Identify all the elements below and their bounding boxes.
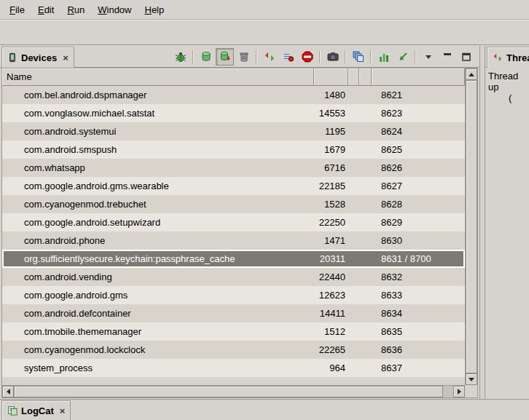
stop-process-icon[interactable] — [298, 48, 316, 66]
process-pid: 22440 — [314, 272, 348, 282]
scroll-left-button[interactable] — [2, 386, 14, 397]
process-name: com.android.systemui — [2, 126, 314, 137]
process-debug-port: 8621 — [372, 90, 465, 100]
menu-file[interactable]: File — [3, 0, 31, 19]
process-pid: 22250 — [314, 217, 348, 228]
main-toolbar — [0, 20, 529, 45]
arrow-down-icon — [469, 378, 474, 381]
horizontal-scrollbar[interactable] — [2, 385, 465, 397]
column-header-name[interactable]: Name — [2, 68, 314, 86]
process-row[interactable]: com.google.android.setupwizard222508629 — [2, 213, 465, 231]
tab-logcat-label: LogCat — [21, 405, 54, 416]
method-profiling-icon[interactable] — [279, 48, 297, 66]
column-header-3[interactable] — [348, 68, 359, 86]
vertical-scroll-thumb[interactable] — [466, 80, 477, 373]
process-pid: 1195 — [314, 126, 348, 137]
process-name: system_process — [2, 362, 314, 373]
arrow-right-icon — [458, 389, 461, 395]
process-pid: 14553 — [314, 108, 348, 119]
screen-capture-icon[interactable] — [324, 48, 342, 66]
process-pid: 14411 — [314, 308, 348, 319]
process-row[interactable]: com.android.defcontainer144118634 — [2, 304, 465, 322]
process-pid: 20311 — [314, 253, 348, 264]
threads-icon — [493, 52, 503, 63]
process-debug-port: 8631 / 8700 — [372, 253, 465, 264]
dump-hprof-icon[interactable] — [216, 48, 234, 66]
tab-devices[interactable]: Devices × — [1, 47, 74, 68]
scroll-right-button[interactable] — [453, 386, 465, 397]
process-name: com.vonglasow.michael.satstat — [2, 108, 314, 119]
process-row[interactable]: com.tmobile.thememanager15128635 — [2, 322, 465, 341]
maximize-icon[interactable] — [457, 48, 475, 66]
process-debug-port: 8625 — [372, 144, 465, 155]
process-row[interactable]: com.android.systemui11958624 — [2, 122, 465, 140]
process-debug-port: 8623 — [372, 108, 465, 119]
debug-icon[interactable] — [171, 48, 189, 66]
tab-threads-label: Threads — [506, 52, 529, 63]
process-row[interactable]: com.whatsapp67168626 — [2, 159, 465, 177]
process-pid: 22265 — [314, 344, 348, 355]
process-row[interactable]: com.cyanogenmod.lockclock222658636 — [2, 341, 465, 359]
view-menu-icon[interactable] — [419, 48, 437, 66]
menu-edit[interactable]: Edit — [31, 0, 60, 19]
menu-run[interactable]: Run — [60, 0, 91, 19]
process-row[interactable]: com.vonglasow.michael.satstat145538623 — [2, 104, 465, 122]
process-pid: 1679 — [314, 144, 348, 155]
arrow-left-icon — [7, 389, 10, 395]
process-row[interactable]: com.android.smspush16798625 — [2, 140, 465, 159]
column-header-port[interactable] — [372, 68, 465, 86]
main-area: Devices × Name com.bel.android.dspmanage… — [0, 46, 529, 399]
process-name: com.cyanogenmod.trebuchet — [2, 199, 314, 210]
column-header-pid[interactable] — [314, 68, 348, 86]
process-row[interactable]: com.android.phone14718630 — [2, 231, 465, 250]
process-debug-port: 8624 — [372, 126, 465, 137]
process-name: com.whatsapp — [2, 162, 314, 173]
scroll-up-button[interactable] — [466, 68, 477, 80]
horizontal-scroll-thumb[interactable] — [14, 386, 443, 397]
opengl-trace-icon[interactable] — [393, 48, 412, 66]
process-row[interactable]: com.bel.android.dspmanager14808621 — [2, 86, 465, 104]
update-threads-icon[interactable] — [260, 48, 278, 66]
tab-logcat[interactable]: LogCat × — [1, 400, 71, 420]
process-row[interactable]: org.sufficientlysecure.keychain:passphra… — [2, 250, 465, 268]
process-row[interactable]: com.cyanogenmod.trebuchet15288628 — [2, 195, 465, 213]
process-pid: 964 — [314, 362, 348, 373]
process-debug-port: 8632 — [372, 272, 465, 282]
devices-toolbar — [171, 46, 479, 67]
process-row[interactable]: com.android.vending224408632 — [2, 268, 465, 286]
menu-help[interactable]: Help — [138, 0, 171, 19]
toolbar-separator — [345, 50, 346, 63]
vertical-scrollbar[interactable] — [465, 68, 477, 385]
process-pid: 1512 — [314, 326, 348, 337]
process-name: com.google.android.gms.wearable — [2, 181, 314, 191]
process-debug-port: 8630 — [372, 235, 465, 246]
table-header: Name — [2, 68, 465, 86]
process-name: com.android.defcontainer — [2, 308, 314, 319]
process-debug-port: 8636 — [372, 344, 465, 355]
process-row[interactable]: system_process9648637 — [2, 359, 465, 377]
close-icon[interactable]: × — [63, 53, 68, 63]
menu-window[interactable]: Window — [91, 0, 138, 19]
cause-gc-icon[interactable] — [235, 48, 253, 66]
process-name: com.google.android.gms — [2, 290, 314, 301]
process-row[interactable]: com.google.android.gms.wearable221858627 — [2, 177, 465, 195]
process-row[interactable]: com.google.android.gms126238633 — [2, 286, 465, 304]
process-pid: 6716 — [314, 162, 348, 173]
process-name: com.android.phone — [2, 235, 314, 246]
process-pid: 22185 — [314, 181, 348, 191]
system-info-icon[interactable] — [375, 48, 393, 66]
toolbar-separator — [370, 50, 372, 63]
process-name: org.sufficientlysecure.keychain:passphra… — [2, 253, 314, 264]
toolbar-separator — [192, 50, 194, 63]
scroll-down-button[interactable] — [466, 373, 477, 385]
view-hierarchy-icon[interactable] — [349, 48, 367, 66]
column-header-4[interactable] — [359, 68, 372, 86]
tab-threads[interactable]: Threads — [487, 47, 529, 68]
minimize-icon[interactable] — [438, 48, 456, 66]
close-icon[interactable]: × — [60, 406, 66, 416]
process-name: com.tmobile.thememanager — [2, 326, 314, 337]
toolbar-separator — [256, 50, 257, 63]
process-debug-port: 8637 — [372, 362, 465, 373]
process-debug-port: 8626 — [372, 162, 465, 173]
update-heap-icon[interactable] — [197, 48, 215, 66]
